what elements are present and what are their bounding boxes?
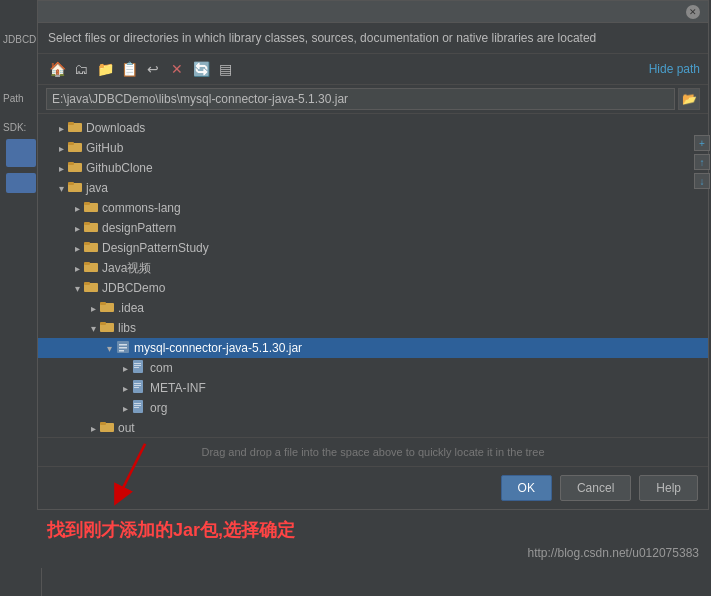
- tree-arrow-github[interactable]: ▸: [54, 143, 68, 154]
- tree-item-githubclone[interactable]: ▸GithubClone: [38, 158, 708, 178]
- svg-rect-24: [119, 347, 127, 349]
- sdk-label: SDK:: [0, 118, 41, 137]
- tree-icon-github: [68, 140, 82, 157]
- tree-item-java[interactable]: ▾java: [38, 178, 708, 198]
- tree-item-out[interactable]: ▸out: [38, 418, 708, 437]
- hide-path-link[interactable]: Hide path: [649, 62, 700, 76]
- copy-toolbar-button[interactable]: 📋: [118, 58, 140, 80]
- tree-item-org[interactable]: ▸org: [38, 398, 708, 418]
- annotation-url: http://blog.csdn.net/u012075383: [47, 546, 699, 560]
- tree-arrow-jdbcdemo[interactable]: ▾: [70, 283, 84, 294]
- refresh-toolbar-button[interactable]: 🔄: [190, 58, 212, 80]
- tree-item-github[interactable]: ▸GitHub: [38, 138, 708, 158]
- svg-rect-25: [119, 350, 124, 352]
- path-input-row: 📂: [38, 85, 708, 114]
- svg-rect-34: [133, 400, 143, 413]
- tree-arrow-libs[interactable]: ▾: [86, 323, 100, 334]
- tree-arrow-mysql-jar[interactable]: ▾: [102, 343, 116, 354]
- close-button[interactable]: ✕: [686, 5, 700, 19]
- dialog-footer: OK Cancel Help: [38, 466, 708, 509]
- tree-icon-com: [132, 360, 146, 377]
- cancel-button[interactable]: Cancel: [560, 475, 631, 501]
- svg-rect-31: [134, 383, 141, 384]
- tree-item-libs[interactable]: ▾libs: [38, 318, 708, 338]
- svg-rect-17: [84, 282, 90, 285]
- svg-rect-11: [84, 222, 90, 225]
- help-button[interactable]: Help: [639, 475, 698, 501]
- path-label: Path: [0, 89, 41, 108]
- tree-arrow-java-videos[interactable]: ▸: [70, 263, 84, 274]
- tree-item-meta-inf[interactable]: ▸META-INF: [38, 378, 708, 398]
- annotation-area: 找到刚才添加的Jar包,选择确定 http://blog.csdn.net/u0…: [37, 510, 709, 568]
- tree-icon-meta-inf: [132, 380, 146, 397]
- tree-label-libs: libs: [118, 321, 136, 335]
- tree-item-com[interactable]: ▸com: [38, 358, 708, 378]
- tree-label-idea: .idea: [118, 301, 144, 315]
- tree-label-github: GitHub: [86, 141, 123, 155]
- tree-label-githubclone: GithubClone: [86, 161, 153, 175]
- up-side-button[interactable]: ↑: [694, 154, 710, 170]
- tree-label-mysql-jar: mysql-connector-java-5.1.30.jar: [134, 341, 302, 355]
- home-toolbar-button[interactable]: 🏠: [46, 58, 68, 80]
- tree-item-idea[interactable]: ▸.idea: [38, 298, 708, 318]
- svg-rect-23: [119, 344, 127, 346]
- tree-icon-designpattern: [84, 220, 98, 237]
- tree-arrow-out[interactable]: ▸: [86, 423, 100, 434]
- tree-item-jdbcdemo[interactable]: ▾JDBCDemo: [38, 278, 708, 298]
- tree-toolbar-button[interactable]: ▤: [214, 58, 236, 80]
- tree-arrow-downloads[interactable]: ▸: [54, 123, 68, 134]
- tree-item-downloads[interactable]: ▸Downloads: [38, 118, 708, 138]
- tree-item-designpattern[interactable]: ▸designPattern: [38, 218, 708, 238]
- tree-item-mysql-jar[interactable]: ▾mysql-connector-java-5.1.30.jar: [38, 338, 708, 358]
- tree-label-java: java: [86, 181, 108, 195]
- jdbcd-label: JDBCD: [0, 30, 41, 49]
- tree-icon-githubclone: [68, 160, 82, 177]
- svg-rect-19: [100, 302, 106, 305]
- tree-icon-jdbcdemo: [84, 280, 98, 297]
- add-side-button[interactable]: +: [694, 135, 710, 151]
- path-input[interactable]: [46, 88, 675, 110]
- left-panel: JDBCD Path SDK:: [0, 0, 42, 596]
- tree-icon-org: [132, 400, 146, 417]
- svg-rect-26: [133, 360, 143, 373]
- svg-rect-5: [68, 162, 74, 165]
- tree-icon-out: [100, 420, 114, 437]
- svg-rect-9: [84, 202, 90, 205]
- tree-label-com: com: [150, 361, 173, 375]
- delete-toolbar-button[interactable]: ✕: [166, 58, 188, 80]
- tree-item-commons-lang[interactable]: ▸commons-lang: [38, 198, 708, 218]
- svg-rect-33: [134, 387, 139, 388]
- tree-arrow-org[interactable]: ▸: [118, 403, 132, 414]
- tree-arrow-designpattern[interactable]: ▸: [70, 223, 84, 234]
- drag-hint: Drag and drop a file into the space abov…: [38, 437, 708, 466]
- svg-rect-28: [134, 365, 141, 366]
- tree-arrow-commons-lang[interactable]: ▸: [70, 203, 84, 214]
- tree-item-designpatternstudy[interactable]: ▸DesignPatternStudy: [38, 238, 708, 258]
- tree-arrow-java[interactable]: ▾: [54, 183, 68, 194]
- tree-label-out: out: [118, 421, 135, 435]
- svg-rect-1: [68, 122, 74, 125]
- tree-label-designpatternstudy: DesignPatternStudy: [102, 241, 209, 255]
- move-toolbar-button[interactable]: ↩: [142, 58, 164, 80]
- folder-toolbar-button[interactable]: 🗂: [70, 58, 92, 80]
- browse-folder-button[interactable]: 📂: [678, 88, 700, 110]
- tree-arrow-com[interactable]: ▸: [118, 363, 132, 374]
- ok-button[interactable]: OK: [501, 475, 552, 501]
- file-chooser-dialog: ✕ Select files or directories in which l…: [37, 0, 709, 510]
- tree-arrow-githubclone[interactable]: ▸: [54, 163, 68, 174]
- tree-icon-libs: [100, 320, 114, 337]
- down-side-button[interactable]: ↓: [694, 173, 710, 189]
- dialog-description: Select files or directories in which lib…: [38, 23, 708, 54]
- file-tree[interactable]: ▸Downloads▸GitHub▸GithubClone▾java▸commo…: [38, 114, 708, 437]
- tree-arrow-designpatternstudy[interactable]: ▸: [70, 243, 84, 254]
- svg-rect-13: [84, 242, 90, 245]
- tree-label-designpattern: designPattern: [102, 221, 176, 235]
- tree-item-java-videos[interactable]: ▸Java视频: [38, 258, 708, 278]
- dialog-title-bar: ✕: [38, 1, 708, 23]
- tree-arrow-meta-inf[interactable]: ▸: [118, 383, 132, 394]
- sdk-blue-indicator2: [6, 173, 36, 193]
- new-folder-toolbar-button[interactable]: 📁: [94, 58, 116, 80]
- tree-arrow-idea[interactable]: ▸: [86, 303, 100, 314]
- tree-label-java-videos: Java视频: [102, 260, 151, 277]
- tree-label-commons-lang: commons-lang: [102, 201, 181, 215]
